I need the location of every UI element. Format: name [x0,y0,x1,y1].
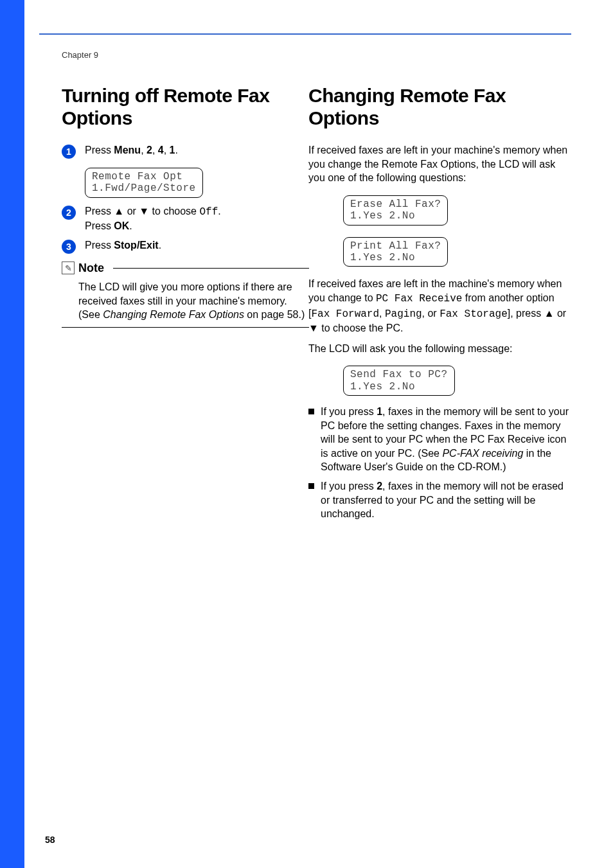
key-4: 4 [158,145,164,155]
note-body: The LCD will give you more options if th… [78,280,309,322]
left-column: Turning off Remote Fax Options 1 Press M… [62,85,309,328]
square-bullet-icon [308,483,314,489]
off-value: Off [199,206,218,218]
step-3-body: Press Stop/Exit. [85,238,309,252]
text: . [175,145,178,155]
para-intro: If received faxes are left in your machi… [308,143,572,185]
heading-changing: Changing Remote Fax Options [308,85,572,129]
key-1: 1 [170,145,175,155]
left-blue-strip [0,0,24,868]
step-2-body: Press ▲ or ▼ to choose Off. Press OK. [85,204,309,233]
note-rule-bottom [62,327,309,328]
step-1-body: Press Menu, 2, 4, 1. [85,143,309,157]
square-bullet-icon [308,409,314,414]
ok-label: OK [114,220,129,231]
fax-storage: Fax Storage [440,308,508,320]
step-3: 3 Press Stop/Exit. [62,238,309,254]
text: Press [85,220,114,231]
text: ], press [508,308,544,319]
step-2: 2 Press ▲ or ▼ to choose Off. Press OK. [62,204,309,233]
text: If you press [321,406,377,417]
step-badge-2: 2 [62,206,76,220]
text: on page 58.) [244,309,305,320]
text: . [129,220,132,231]
heading-turning-off: Turning off Remote Fax Options [62,85,309,129]
note-icon: ✎ [62,261,75,274]
key-2: 2 [377,481,382,492]
page-number: 58 [45,835,55,845]
text: to choose [149,206,199,217]
chapter-label: Chapter 9 [62,50,98,60]
stop-exit-label: Stop/Exit [114,240,158,251]
up-arrow-icon: ▲ [114,206,124,217]
step-1: 1 Press Menu, 2, 4, 1. [62,143,309,159]
paging: Paging [385,308,422,320]
text: If you press [321,481,377,492]
text: , [141,145,147,155]
bullet-body-1: If you press 1, faxes in the memory will… [321,405,572,474]
xref-pc-fax-receiving: PC-FAX receiving [442,448,523,459]
xref-changing-remote-fax: Changing Remote Fax Options [103,309,244,320]
step-badge-1: 1 [62,145,76,159]
lcd-print-all-fax: Print All Fax? 1.Yes 2.No [343,237,448,267]
text: , [152,145,158,155]
down-arrow-icon: ▼ [308,323,319,333]
text: to choose the PC. [319,323,404,333]
note-header: ✎ Note [62,261,309,275]
text: or [555,308,567,319]
bullet-body-2: If you press 2, faxes in the memory will… [321,479,572,521]
text: Press [85,206,114,217]
text: . [218,206,220,217]
down-arrow-icon: ▼ [139,206,149,217]
lcd-erase-all-fax: Erase All Fax? 1.Yes 2.No [343,195,448,226]
text: , [164,145,170,155]
text: Press [85,240,114,251]
bullet-press-1: If you press 1, faxes in the memory will… [308,405,572,474]
menu-label: Menu [114,145,141,155]
step-badge-3: 3 [62,240,76,254]
text: Press [85,145,114,155]
right-column: Changing Remote Fax Options If received … [308,85,572,526]
text: , or [422,308,440,319]
top-rule [39,33,571,35]
lcd-send-fax-to-pc: Send Fax to PC? 1.Yes 2.No [343,366,455,396]
note-rule-top [113,268,309,269]
pc-fax-receive: PC Fax Receive [376,293,462,305]
bullet-press-2: If you press 2, faxes in the memory will… [308,479,572,521]
note-title: Note [78,261,104,275]
note-block: ✎ Note The LCD will give you more option… [62,261,309,328]
text: , [379,308,385,319]
fax-forward: Fax Forward [311,308,379,320]
text: . [159,240,161,251]
key-2: 2 [147,145,152,155]
key-1: 1 [377,406,382,417]
text: or [124,206,139,217]
lcd-remote-fax-opt: Remote Fax Opt 1.Fwd/Page/Store [85,168,203,198]
para-pc-fax: If received faxes are left in the machin… [308,277,572,335]
up-arrow-icon: ▲ [544,308,555,319]
para-lcd-ask: The LCD will ask you the following messa… [308,342,572,356]
